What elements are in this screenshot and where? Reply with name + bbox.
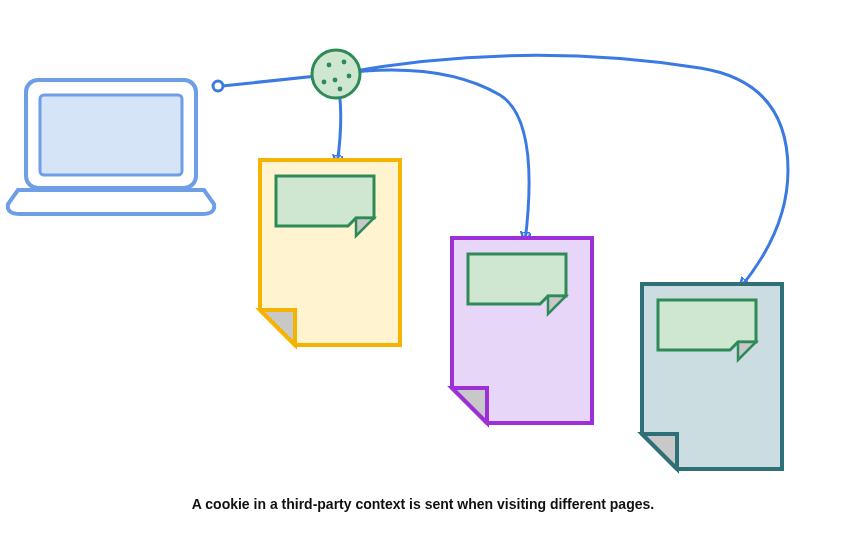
page-purple	[452, 238, 592, 423]
page-teal	[642, 284, 782, 469]
caption-text: A cookie in a third-party context is sen…	[0, 496, 846, 512]
svg-point-8	[333, 78, 338, 83]
svg-point-5	[327, 63, 332, 68]
page-teal-inset	[658, 300, 756, 360]
svg-point-9	[322, 80, 327, 85]
laptop-icon	[8, 80, 215, 214]
svg-rect-1	[40, 95, 182, 175]
svg-point-10	[338, 87, 343, 92]
diagram-stage: A cookie in a third-party context is sen…	[0, 0, 846, 534]
page-yellow-inset	[276, 176, 374, 236]
svg-point-4	[312, 50, 360, 98]
page-yellow	[260, 160, 400, 345]
diagram-canvas	[0, 0, 846, 534]
svg-point-7	[347, 74, 352, 79]
svg-point-3	[213, 81, 223, 91]
svg-point-6	[342, 60, 347, 65]
page-purple-inset	[468, 254, 566, 314]
cookie-icon	[312, 50, 360, 98]
